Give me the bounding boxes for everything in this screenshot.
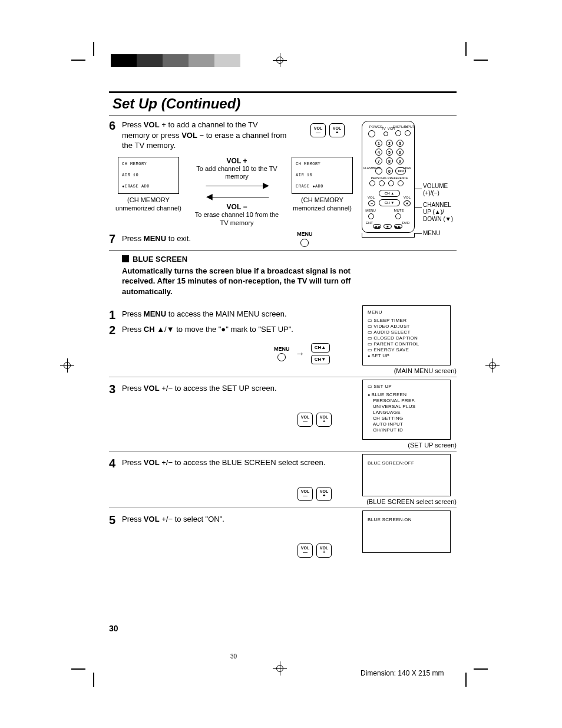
step-2-number: 2 [109, 324, 122, 336]
arrow-right-icon: → [296, 348, 305, 359]
step-4-text: Press VOL +/− to access the BLUE SCREEN … [122, 457, 362, 468]
square-bullet-icon [122, 255, 129, 262]
menu-button-step2: MENU [274, 346, 290, 361]
remote-control-diagram: POWER TV VCR DISPLAY INPUT 1 2 3 4 5 6 7… [362, 121, 415, 233]
step-2-text: Press CH ▲/▼ to move the "●" mark to "SE… [122, 324, 362, 335]
step-1-text: Press MENU to access the MAIN MENU scree… [122, 309, 362, 319]
blue-screen-on-box: BLUE SCREEN:ON [362, 510, 451, 553]
blue-screen-desc: Automatically turns the screen blue if a… [122, 266, 375, 297]
registration-greyscale-bar [111, 54, 266, 67]
vol-buttons-step3: VOL— VOL+ [297, 413, 362, 427]
page-title-box: Set Up (Continued) [109, 91, 457, 116]
circle-icon [300, 239, 309, 247]
step-5-text: Press VOL +/− to select "ON". [122, 514, 362, 525]
callout-volume: VOLUME(+)/(−) [423, 183, 448, 197]
step-4-number: 4 [109, 457, 122, 469]
step-5-number: 5 [109, 514, 122, 526]
remote-ch-button: CH ▲ [379, 190, 400, 197]
menu-button-step7: MENU [297, 230, 313, 247]
vol-plus-button: VOL+ [316, 543, 332, 558]
step-5: 5 Press VOL +/− to select "ON". [109, 514, 362, 526]
setup-caption: (SET UP screen) [362, 442, 457, 449]
step-6-number: 6 [109, 120, 122, 131]
step-7-text: Press MENU to exit. [122, 233, 191, 244]
vol-plus-button: VOL+ [316, 487, 332, 501]
vol-minus-button: VOL— [297, 413, 313, 427]
vol-minus-button: VOL— [297, 543, 313, 558]
page-title: Set Up (Continued) [113, 95, 240, 111]
dimension-note: Dimension: 140 X 215 mm [361, 669, 444, 677]
vol-buttons-step5: VOL— VOL+ [297, 543, 362, 558]
main-menu-caption: (MAIN MENU screen) [362, 367, 457, 374]
step-1: 1 Press MENU to access the MAIN MENU scr… [109, 309, 362, 321]
blue-screen-section: BLUE SCREEN Automatically turns the scre… [122, 255, 457, 297]
vol-plus-label: VOL + [227, 157, 247, 165]
vol-plus-button: VOL+ [329, 123, 345, 137]
tv-left-caption: (CH MEMORYunmemorized channel) [110, 196, 187, 213]
callout-channel: CHANNELUP (▲)/DOWN (▼) [423, 202, 453, 223]
vol-plus-desc: To add channel 10 to the TV memory [193, 165, 281, 180]
callout-menu: MENU [423, 230, 440, 237]
vol-minus-button: VOL— [310, 123, 326, 137]
step-7-number: 7 [109, 233, 122, 245]
vol-minus-label: VOL − [227, 203, 247, 211]
vol-buttons-step6: VOL— VOL+ [310, 123, 345, 137]
main-menu-screen: MENU SLEEP TIMER VIDEO ADJUST AUDIO SELE… [362, 305, 451, 365]
tv-right-caption: (CH MEMORYmemorized channel) [287, 196, 358, 213]
vol-minus-desc: To erase channel 10 from the TV memory [193, 211, 281, 226]
step-2: 2 Press CH ▲/▼ to move the "●" mark to "… [109, 324, 362, 336]
arrow-left-icon: ◀———————— [206, 192, 268, 202]
step-3-number: 3 [109, 383, 122, 395]
step-6-text: Press VOL + to add a channel to the TV m… [122, 120, 287, 151]
page-number-small: 30 [230, 653, 237, 660]
page-number-bold: 30 [109, 624, 118, 633]
step-4: 4 Press VOL +/− to access the BLUE SCREE… [109, 457, 362, 469]
blue-screen-caption: (BLUE SCREEN select screen) [362, 498, 457, 505]
step-1-number: 1 [109, 309, 122, 321]
ch-up-button: CH▲ [311, 343, 330, 353]
step-3: 3 Press VOL +/− to access the SET UP scr… [109, 383, 362, 395]
vol-plus-button: VOL+ [316, 413, 332, 427]
tv-screen-memorized: CH MEMORY AIR 10 ERASE ●ADD [292, 157, 353, 195]
vol-minus-button: VOL— [297, 487, 313, 501]
vol-buttons-step4: VOL— VOL+ [297, 487, 362, 501]
ch-down-button: CH▼ [311, 355, 330, 364]
blue-screen-off-box: BLUE SCREEN:OFF [362, 454, 451, 496]
blue-screen-header: BLUE SCREEN [133, 255, 187, 263]
setup-screen: SET UP BLUE SCREEN PERSONAL PREF. UNIVER… [362, 380, 451, 440]
arrow-right-icon: ————————▶ [206, 180, 268, 190]
remote-menu-button [368, 213, 374, 219]
remote-ch-button: CH ▼ [379, 199, 400, 206]
step-3-text: Press VOL +/− to access the SET UP scree… [122, 383, 362, 394]
tv-screen-unmemorized: CH MEMORY AIR 10 ●ERASE ADD [118, 157, 179, 195]
